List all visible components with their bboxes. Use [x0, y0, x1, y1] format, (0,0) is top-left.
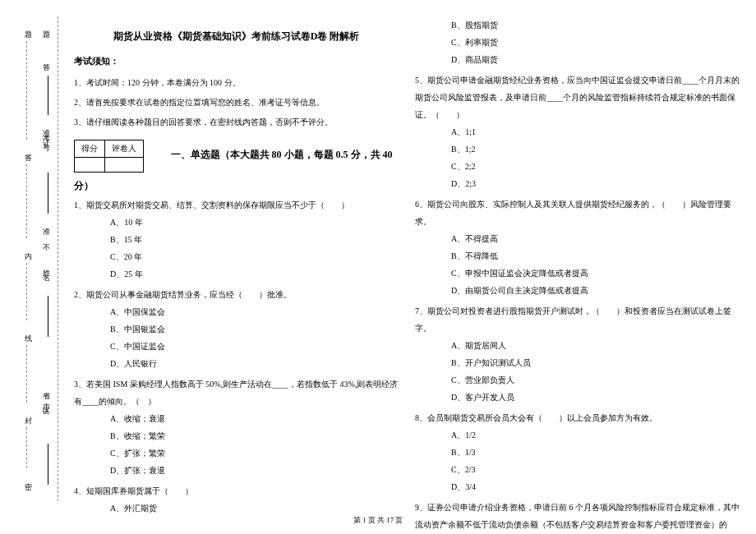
- field-line: [48, 76, 48, 115]
- option: B、开户知识测试人员: [415, 354, 740, 371]
- field-line: [48, 444, 48, 485]
- notice-heading: 考试须知：: [74, 55, 399, 67]
- option: A、期货居间人: [415, 337, 740, 354]
- sidebar-char: 答: [41, 58, 52, 62]
- option: B、15 年: [74, 231, 399, 248]
- province-label: 省（市区）: [41, 386, 52, 411]
- option: B、1;2: [415, 140, 740, 158]
- sidebar-char: 准: [41, 222, 52, 227]
- score-table: 得分 评卷人: [74, 140, 144, 173]
- question: 4、短期国库券期货属于（ ）: [74, 482, 399, 499]
- seal-dash: [26, 41, 27, 140]
- option: D、25 年: [74, 265, 399, 283]
- page-footer: 第 1 页 共 17 页: [0, 515, 756, 526]
- option: C、20 年: [74, 248, 399, 265]
- option: A、中国保监会: [74, 303, 399, 320]
- question: 2、期货公司从事金融期货结算业务，应当经（ ）批准。: [74, 286, 399, 303]
- score-cell: 得分: [75, 140, 105, 158]
- question: 8、会员制期货交易所会员大会有（ ）以上会员参加方为有效。: [415, 409, 740, 426]
- option: B、股指期货: [415, 16, 740, 34]
- question: 7、期货公司对投资者进行股指期货开户测试时，（ ）和投资者应当在测试试卷上签字。: [415, 302, 740, 337]
- option: A、10 年: [74, 214, 399, 231]
- field-line: [48, 296, 48, 337]
- option: D、客户开发人员: [415, 389, 740, 406]
- option: C、2;2: [415, 158, 740, 175]
- notice-item: 3、请仔细阅读各种题目的回答要求，在密封线内答题，否则不予评分。: [74, 113, 399, 131]
- option: A、不得提高: [415, 230, 740, 247]
- option: C、扩张；繁荣: [74, 444, 399, 462]
- option: D、2;3: [415, 175, 740, 192]
- grader-blank[interactable]: [105, 158, 144, 173]
- option: A、1;1: [415, 123, 740, 140]
- option: D、扩张；衰退: [74, 462, 399, 479]
- option: C、利率期货: [415, 34, 740, 51]
- option: D、人民银行: [74, 355, 399, 372]
- question: 3、若美国 ISM 采购经理人指数高于 50%,则生产活动在____，若指数低于…: [74, 375, 399, 410]
- option: B、中国银监会: [74, 320, 399, 338]
- grader-cell: 评卷人: [105, 140, 144, 158]
- notice-item: 2、请首先按要求在试卷的指定位置填写您的姓名、准考证号等信息。: [74, 94, 399, 112]
- option: C、申报中国证监会决定降低或者提高: [415, 265, 740, 282]
- option: A、1/2: [415, 426, 740, 444]
- score-blank[interactable]: [75, 158, 105, 173]
- question: 5、期货公司申请金融期货经纪业务资格，应当向中国证监会提交申请日前____个月月…: [415, 71, 740, 123]
- option: C、2/3: [415, 461, 740, 478]
- option: B、收缩；繁荣: [74, 427, 399, 444]
- field-line: [48, 173, 48, 214]
- option: D、3/4: [415, 478, 740, 495]
- exam-id-label: 准考证号: [41, 123, 52, 143]
- seal-dash: [26, 164, 27, 238]
- option: D、商品期货: [415, 51, 740, 68]
- name-label: 姓名: [41, 263, 52, 273]
- option: B、1/3: [415, 444, 740, 461]
- option: D、由期货公司自主决定降低或者提高: [415, 282, 740, 299]
- question: 6、期货公司向股东、实际控制人及其关联人提供期货经纪服务的，（ ）风险管理要求。: [415, 196, 740, 230]
- seal-dash: [26, 427, 27, 468]
- sidebar-char: 题: [41, 25, 52, 30]
- page-content: 期货从业资格《期货基础知识》考前练习试卷D卷 附解析 考试须知： 1、考试时间：…: [74, 16, 740, 534]
- option: A、收缩；衰退: [74, 410, 399, 427]
- option: C、营业部负责人: [415, 371, 740, 389]
- option: B、不得降低: [415, 247, 740, 265]
- right-column: B、股指期货 C、利率期货 D、商品期货 5、期货公司申请金融期货经纪业务资格，…: [415, 16, 740, 534]
- question: 1、期货交易所对期货交易、结算、交割资料的保存期限应当不少于（ ）: [74, 196, 399, 214]
- left-column: 期货从业资格《期货基础知识》考前练习试卷D卷 附解析 考试须知： 1、考试时间：…: [74, 16, 399, 534]
- binding-sidebar: 题 答 内 线 封 密 题 答 准考证号 准 不 姓名 省（市区）: [0, 0, 66, 509]
- seal-dash: [26, 345, 27, 403]
- notice-item: 1、考试时间：120 分钟，本卷满分为 100 分。: [74, 74, 399, 92]
- exam-title: 期货从业资格《期货基础知识》考前练习试卷D卷 附解析: [74, 30, 399, 44]
- binding-dash-line: [58, 16, 58, 501]
- option: A、外汇期货: [74, 499, 399, 517]
- sidebar-char: 不: [41, 238, 52, 243]
- seal-dash: [26, 263, 27, 320]
- score-row: 得分 评卷人 一、单选题（本大题共 80 小题，每题 0.5 分，共 40 分）: [74, 133, 399, 193]
- option: C、中国证监会: [74, 338, 399, 355]
